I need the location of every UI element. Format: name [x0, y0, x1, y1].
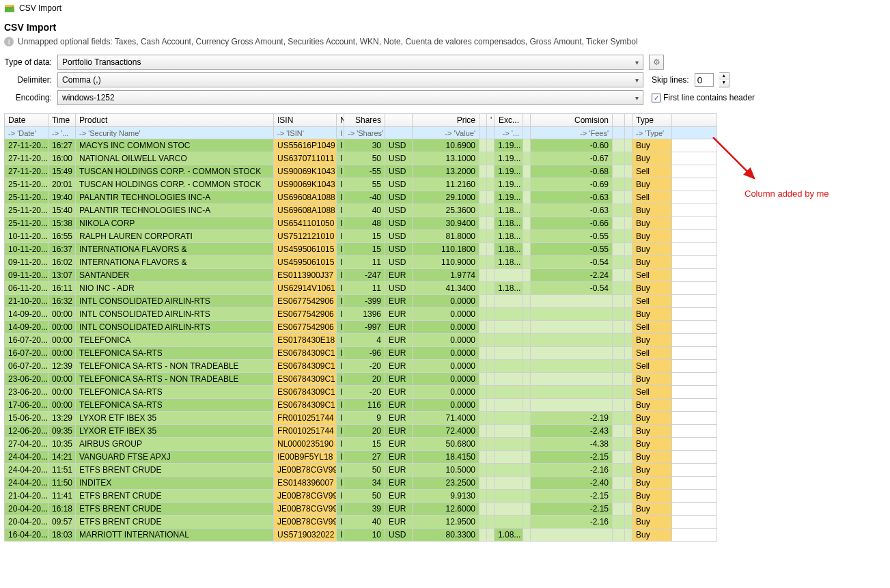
- table-row[interactable]: 21-10-20...16:32INTL CONSOLIDATED AIRLIN…: [5, 295, 717, 308]
- col-price-header[interactable]: Price: [413, 114, 479, 127]
- table-row[interactable]: 06-11-20...16:11NIO INC - ADRUS62914V106…: [5, 282, 717, 295]
- col-gap5-header[interactable]: [613, 114, 625, 127]
- cell-time: 16:32: [48, 295, 76, 308]
- col-cur-map[interactable]: [385, 127, 413, 139]
- skip-lines-input[interactable]: [695, 73, 714, 87]
- table-row[interactable]: 14-09-20...00:00INTL CONSOLIDATED AIRLIN…: [5, 321, 717, 334]
- table-row[interactable]: 20-04-20...16:18ETFS BRENT CRUDEJE00B78C…: [5, 503, 717, 516]
- table-row[interactable]: 09-11-20...13:07SANTANDERES0113900J37I-2…: [5, 269, 717, 282]
- table-row[interactable]: 16-04-20...18:03MARRIOTT INTERNATIONALUS…: [5, 529, 717, 542]
- cell-comision: [531, 334, 613, 347]
- table-row[interactable]: 21-04-20...11:41ETFS BRENT CRUDEJE00B78C…: [5, 490, 717, 503]
- col-shares-header[interactable]: Shares: [344, 114, 385, 127]
- table-row[interactable]: 06-07-20...12:39TELEFONICA SA-RTS - NON …: [5, 360, 717, 373]
- cell-isin: JE00B78CGV99: [274, 464, 337, 477]
- cell-product: AIRBUS GROUP: [76, 438, 274, 451]
- table-row[interactable]: 16-07-20...00:00TELEFONICA SA-RTSES06784…: [5, 347, 717, 360]
- table-row[interactable]: 10-11-20...16:37INTERNATIONA FLAVORS &US…: [5, 243, 717, 256]
- col-comision-map[interactable]: -> 'Fees': [531, 127, 613, 139]
- table-row[interactable]: 14-09-20...00:00INTL CONSOLIDATED AIRLIN…: [5, 308, 717, 321]
- cell-gap: [613, 295, 625, 308]
- col-time-map[interactable]: -> '...: [48, 127, 76, 139]
- col-gap5-map[interactable]: [613, 127, 625, 139]
- cell-currency: EUR: [385, 503, 413, 516]
- col-gap2-header[interactable]: [479, 114, 487, 127]
- cell-exc: [495, 347, 523, 360]
- cell-gap: [487, 243, 495, 256]
- col-gap6-map[interactable]: [625, 127, 632, 139]
- skip-lines-spinner[interactable]: ▲ ▼: [719, 72, 729, 87]
- spinner-down-icon[interactable]: ▼: [719, 80, 729, 87]
- col-isin-header[interactable]: ISIN: [274, 114, 337, 127]
- table-row[interactable]: 23-06-20...00:00TELEFONICA SA-RTSES06784…: [5, 386, 717, 399]
- table-row[interactable]: 20-04-20...09:57ETFS BRENT CRUDEJE00B78C…: [5, 516, 717, 529]
- cell-gap: [613, 165, 625, 178]
- col-product-header[interactable]: Product: [76, 114, 274, 127]
- gear-button[interactable]: ⚙: [649, 55, 664, 70]
- cell-gap: [625, 308, 632, 321]
- first-line-header-checkbox[interactable]: ✓: [652, 94, 660, 102]
- cell-currency: EUR: [385, 347, 413, 360]
- type-of-data-select[interactable]: Portfolio Transactions ▾: [57, 55, 643, 70]
- cell-price: 41.3400: [413, 282, 479, 295]
- col-exc-map[interactable]: -> '...: [495, 127, 523, 139]
- table-row[interactable]: 27-11-20...16:00NATIONAL OILWELL VARCOUS…: [5, 152, 717, 165]
- col-shares-map[interactable]: -> 'Shares': [344, 127, 385, 139]
- table-row[interactable]: 15-06-20...13:29LYXOR ETF IBEX 35FR00102…: [5, 412, 717, 425]
- col-comision-header[interactable]: Comision: [531, 114, 613, 127]
- col-price-map[interactable]: -> 'Value': [413, 127, 479, 139]
- cell-gap: [479, 204, 487, 217]
- col-gap3-header[interactable]: ': [487, 114, 495, 127]
- cell-gap: [523, 217, 531, 230]
- table-row[interactable]: 10-11-20...16:55RALPH LAUREN CORPORATIUS…: [5, 230, 717, 243]
- col-gap1-map[interactable]: I: [337, 127, 344, 139]
- cell-product: INTL CONSOLIDATED AIRLIN-RTS: [76, 295, 274, 308]
- cell-comision: -0.55: [531, 243, 613, 256]
- col-gap6-header[interactable]: [625, 114, 632, 127]
- table-row[interactable]: 27-04-20...10:35AIRBUS GROUPNL0000235190…: [5, 438, 717, 451]
- cell-shares: 30: [344, 139, 385, 152]
- table-row[interactable]: 09-11-20...16:02INTERNATIONA FLAVORS &US…: [5, 256, 717, 269]
- col-product-map[interactable]: -> 'Security Name': [76, 127, 274, 139]
- cell-gap: [613, 204, 625, 217]
- col-date-header[interactable]: Date: [5, 114, 48, 127]
- col-cur-header[interactable]: [385, 114, 413, 127]
- col-isin-map[interactable]: -> 'ISIN': [274, 127, 337, 139]
- encoding-select[interactable]: windows-1252 ▾: [57, 90, 643, 105]
- col-gap2-map[interactable]: [479, 127, 487, 139]
- col-gap3-map[interactable]: [487, 127, 495, 139]
- cell-exc: [495, 321, 523, 334]
- cell-gap: [479, 438, 487, 451]
- table-row[interactable]: 17-06-20...00:00TELEFONICA SA-RTSES06784…: [5, 399, 717, 412]
- table-row[interactable]: 27-11-20...15:49TUSCAN HOLDINGS CORP. - …: [5, 165, 717, 178]
- table-row[interactable]: 27-11-20...16:27MACYS INC COMMON STOCUS5…: [5, 139, 717, 152]
- delimiter-select[interactable]: Comma (,) ▾: [57, 72, 643, 87]
- col-date-map[interactable]: -> 'Date': [5, 127, 48, 139]
- table-row[interactable]: 23-06-20...00:00TELEFONICA SA-RTS - NON …: [5, 373, 717, 386]
- cell-exc: 1.18...: [495, 282, 523, 295]
- table-row[interactable]: 25-11-20...15:38NIKOLA CORPUS6541101050I…: [5, 217, 717, 230]
- col-gap1-header[interactable]: N: [337, 114, 344, 127]
- gear-icon: ⚙: [653, 57, 660, 67]
- table-row[interactable]: 16-07-20...00:00TELEFONICAES0178430E18I4…: [5, 334, 717, 347]
- cell-gap: [487, 191, 495, 204]
- col-type-map[interactable]: -> 'Type': [632, 127, 672, 139]
- spinner-up-icon[interactable]: ▲: [719, 73, 729, 80]
- table-row[interactable]: 25-11-20...19:40PALANTIR TECHNOLOGIES IN…: [5, 191, 717, 204]
- cell-gap: [479, 178, 487, 191]
- col-type-header[interactable]: Type: [632, 114, 672, 127]
- cell-shares: -399: [344, 295, 385, 308]
- col-gap4-map[interactable]: [523, 127, 531, 139]
- cell-time: 09:35: [48, 425, 76, 438]
- col-time-header[interactable]: Time: [48, 114, 76, 127]
- cell-gap: I: [337, 386, 344, 399]
- col-gap4-header[interactable]: [523, 114, 531, 127]
- table-row[interactable]: 25-11-20...20:01TUSCAN HOLDINGS CORP. - …: [5, 178, 717, 191]
- table-row[interactable]: 24-04-20...11:51ETFS BRENT CRUDEJE00B78C…: [5, 464, 717, 477]
- table-row[interactable]: 25-11-20...15:40PALANTIR TECHNOLOGIES IN…: [5, 204, 717, 217]
- table-row[interactable]: 24-04-20...11:50INDITEXES0148396007I34EU…: [5, 477, 717, 490]
- col-spare-header[interactable]: [672, 114, 717, 127]
- table-row[interactable]: 24-04-20...14:21VANGUARD FTSE APXJIE00B9…: [5, 451, 717, 464]
- table-row[interactable]: 12-06-20...09:35LYXOR ETF IBEX 35FR00102…: [5, 425, 717, 438]
- col-exc-header[interactable]: Exc...: [495, 114, 523, 127]
